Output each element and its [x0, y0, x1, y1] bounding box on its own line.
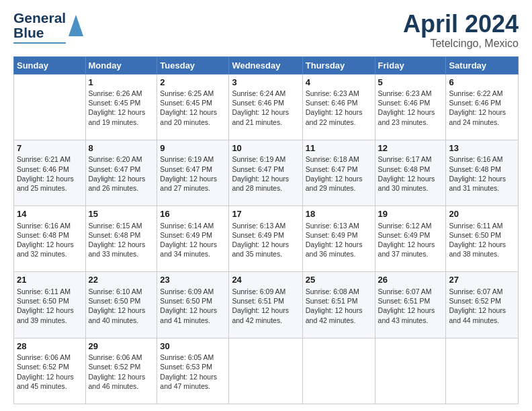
header: General Blue April 2024 Tetelcingo, Mexi… — [13, 11, 519, 50]
calendar-week-2: 14Sunrise: 6:16 AMSunset: 6:48 PMDayligh… — [14, 206, 519, 272]
daylight-text: Daylight: 12 hours and 24 minutes. — [449, 107, 515, 126]
calendar-week-4: 28Sunrise: 6:06 AMSunset: 6:52 PMDayligh… — [14, 338, 519, 404]
sunrise-text: Sunrise: 6:14 AM — [160, 221, 226, 230]
sunset-text: Sunset: 6:46 PM — [232, 98, 299, 107]
day-number: 28 — [17, 340, 83, 353]
sunrise-text: Sunrise: 6:17 AM — [378, 154, 443, 164]
sunrise-text: Sunrise: 6:08 AM — [306, 287, 372, 296]
calendar-week-3: 21Sunrise: 6:11 AMSunset: 6:50 PMDayligh… — [14, 272, 519, 338]
sunrise-text: Sunrise: 6:09 AM — [160, 287, 226, 296]
daylight-text: Daylight: 12 hours and 39 minutes. — [17, 306, 83, 324]
sunset-text: Sunset: 6:46 PM — [449, 98, 515, 107]
day-number: 20 — [449, 208, 515, 220]
day-number: 10 — [232, 142, 299, 154]
daylight-text: Daylight: 12 hours and 19 minutes. — [89, 107, 154, 126]
calendar-cell: 13Sunrise: 6:16 AMSunset: 6:48 PMDayligh… — [446, 140, 519, 205]
daylight-text: Daylight: 12 hours and 37 minutes. — [378, 240, 443, 259]
calendar-cell: 21Sunrise: 6:11 AMSunset: 6:50 PMDayligh… — [14, 272, 86, 338]
day-number: 19 — [378, 208, 443, 220]
calendar-cell: 5Sunrise: 6:23 AMSunset: 6:46 PMDaylight… — [375, 74, 446, 140]
sunrise-text: Sunrise: 6:16 AM — [17, 221, 83, 230]
day-number: 1 — [89, 77, 154, 89]
sunrise-text: Sunrise: 6:25 AM — [160, 89, 226, 98]
daylight-text: Daylight: 12 hours and 26 minutes. — [89, 174, 154, 193]
day-number: 3 — [232, 77, 299, 89]
sunset-text: Sunset: 6:53 PM — [160, 362, 226, 371]
day-number: 12 — [378, 142, 443, 154]
calendar-subtitle: Tetelcingo, Mexico — [403, 38, 519, 50]
day-number: 30 — [160, 340, 226, 353]
day-number: 16 — [160, 208, 226, 220]
calendar-cell: 6Sunrise: 6:22 AMSunset: 6:46 PMDaylight… — [446, 74, 519, 140]
daylight-text: Daylight: 12 hours and 30 minutes. — [378, 174, 443, 193]
sunset-text: Sunset: 6:50 PM — [160, 296, 226, 306]
calendar-cell: 16Sunrise: 6:14 AMSunset: 6:49 PMDayligh… — [157, 206, 229, 272]
daylight-text: Daylight: 12 hours and 43 minutes. — [378, 306, 443, 324]
daylight-text: Daylight: 12 hours and 31 minutes. — [449, 174, 515, 193]
sunset-text: Sunset: 6:52 PM — [89, 362, 154, 371]
calendar-cell: 1Sunrise: 6:26 AMSunset: 6:45 PMDaylight… — [85, 74, 157, 140]
calendar-cell — [302, 338, 375, 404]
calendar-table: Sunday Monday Tuesday Wednesday Thursday… — [13, 56, 519, 404]
day-number: 21 — [17, 274, 83, 286]
day-number: 11 — [306, 142, 372, 154]
daylight-text: Daylight: 12 hours and 32 minutes. — [17, 240, 83, 259]
sunrise-text: Sunrise: 6:15 AM — [89, 221, 154, 230]
sunrise-text: Sunrise: 6:26 AM — [89, 89, 154, 98]
day-number: 17 — [232, 208, 299, 220]
col-monday: Monday — [85, 56, 157, 74]
svg-marker-0 — [69, 15, 83, 36]
daylight-text: Daylight: 12 hours and 35 minutes. — [232, 240, 299, 259]
col-tuesday: Tuesday — [157, 56, 229, 74]
sunset-text: Sunset: 6:49 PM — [160, 230, 226, 240]
sunrise-text: Sunrise: 6:09 AM — [232, 287, 299, 296]
sunset-text: Sunset: 6:51 PM — [232, 296, 299, 306]
day-number: 24 — [232, 274, 299, 286]
sunrise-text: Sunrise: 6:07 AM — [378, 287, 443, 296]
calendar-cell: 14Sunrise: 6:16 AMSunset: 6:48 PMDayligh… — [14, 206, 86, 272]
sunrise-text: Sunrise: 6:13 AM — [232, 221, 299, 230]
day-number: 14 — [17, 208, 83, 220]
calendar-cell: 2Sunrise: 6:25 AMSunset: 6:45 PMDaylight… — [157, 74, 229, 140]
day-number: 29 — [89, 340, 154, 353]
calendar-cell: 22Sunrise: 6:10 AMSunset: 6:50 PMDayligh… — [85, 272, 157, 338]
calendar-cell — [229, 338, 302, 404]
calendar-cell: 29Sunrise: 6:06 AMSunset: 6:52 PMDayligh… — [85, 338, 157, 404]
calendar-body: 1Sunrise: 6:26 AMSunset: 6:45 PMDaylight… — [14, 74, 519, 404]
sunrise-text: Sunrise: 6:20 AM — [89, 154, 154, 164]
sunrise-text: Sunrise: 6:18 AM — [306, 154, 372, 164]
daylight-text: Daylight: 12 hours and 38 minutes. — [449, 240, 515, 259]
daylight-text: Daylight: 12 hours and 20 minutes. — [160, 107, 226, 126]
logo: General Blue — [13, 11, 83, 44]
logo-icon — [69, 15, 83, 36]
col-sunday: Sunday — [14, 56, 86, 74]
day-number: 23 — [160, 274, 226, 286]
daylight-text: Daylight: 12 hours and 28 minutes. — [232, 174, 299, 193]
daylight-text: Daylight: 12 hours and 22 minutes. — [306, 107, 372, 126]
calendar-cell: 28Sunrise: 6:06 AMSunset: 6:52 PMDayligh… — [14, 338, 86, 404]
day-number: 27 — [449, 274, 515, 286]
day-number: 15 — [89, 208, 154, 220]
daylight-text: Daylight: 12 hours and 41 minutes. — [160, 306, 226, 324]
calendar-cell: 26Sunrise: 6:07 AMSunset: 6:51 PMDayligh… — [375, 272, 446, 338]
logo-text-general: General — [13, 11, 66, 26]
sunset-text: Sunset: 6:47 PM — [306, 165, 372, 174]
logo-text-blue: Blue — [13, 26, 44, 40]
sunset-text: Sunset: 6:49 PM — [378, 230, 443, 240]
sunset-text: Sunset: 6:47 PM — [232, 165, 299, 174]
day-number: 4 — [306, 77, 372, 89]
sunrise-text: Sunrise: 6:19 AM — [232, 154, 299, 164]
sunset-text: Sunset: 6:47 PM — [89, 165, 154, 174]
daylight-text: Daylight: 12 hours and 42 minutes. — [232, 306, 299, 324]
calendar-cell: 24Sunrise: 6:09 AMSunset: 6:51 PMDayligh… — [229, 272, 302, 338]
sunrise-text: Sunrise: 6:11 AM — [449, 221, 515, 230]
daylight-text: Daylight: 12 hours and 44 minutes. — [449, 306, 515, 324]
daylight-text: Daylight: 12 hours and 42 minutes. — [306, 306, 372, 324]
calendar-cell — [375, 338, 446, 404]
sunrise-text: Sunrise: 6:12 AM — [378, 221, 443, 230]
sunset-text: Sunset: 6:48 PM — [378, 165, 443, 174]
calendar-title: April 2024 — [403, 11, 519, 38]
daylight-text: Daylight: 12 hours and 33 minutes. — [89, 240, 154, 259]
sunset-text: Sunset: 6:52 PM — [449, 296, 515, 306]
daylight-text: Daylight: 12 hours and 27 minutes. — [160, 174, 226, 193]
